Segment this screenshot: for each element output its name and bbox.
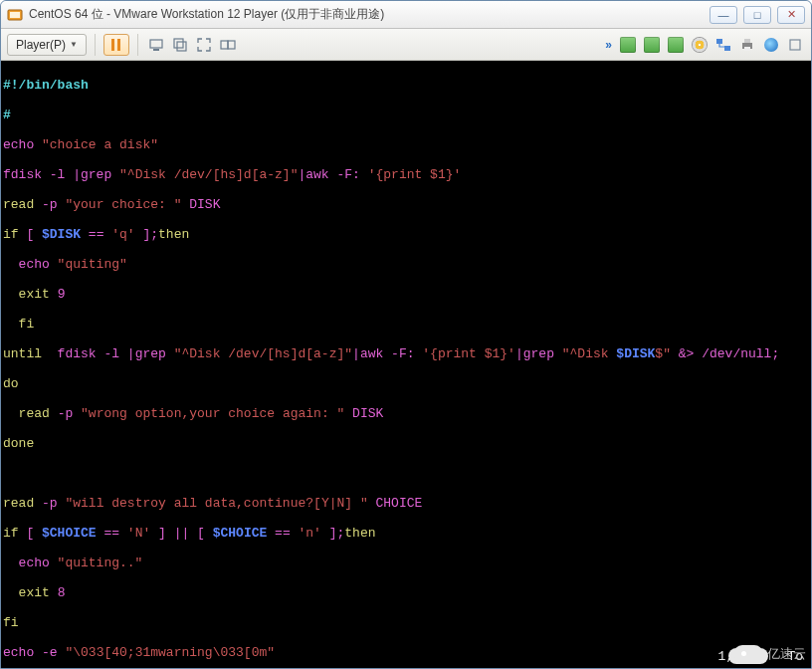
minimize-button[interactable]: —: [710, 6, 737, 24]
code-line: fdisk -l |grep "^Disk /dev/[hs]d[a-z]"|a…: [3, 167, 809, 182]
svg-rect-11: [744, 39, 750, 43]
fullscreen-button[interactable]: [194, 35, 214, 55]
code-line: until fdisk -l |grep "^Disk /dev/[hs]d[a…: [3, 346, 809, 361]
code-line: #: [3, 108, 809, 122]
code-line: fi: [3, 317, 809, 332]
maximize-button[interactable]: □: [743, 6, 771, 24]
svg-rect-3: [153, 49, 159, 51]
window-title: CentOS 64 位 - VMware Workstation 12 Play…: [29, 6, 710, 23]
vmware-window: CentOS 64 位 - VMware Workstation 12 Play…: [0, 0, 812, 669]
unity-button[interactable]: [218, 35, 238, 55]
network-adapter-icon[interactable]: [713, 35, 733, 55]
code-line: read -p "your choice: " DISK: [3, 197, 809, 212]
code-line: [3, 466, 809, 481]
code-line: read -p "wrong option,your choice again:…: [3, 406, 809, 421]
svg-rect-5: [177, 42, 186, 51]
snapshot-button[interactable]: [170, 35, 190, 55]
cd-drive-icon[interactable]: [690, 35, 710, 55]
pause-button[interactable]: [103, 34, 129, 56]
svg-rect-2: [150, 40, 162, 48]
svg-rect-8: [716, 39, 722, 44]
svg-rect-4: [174, 39, 183, 48]
titlebar[interactable]: CentOS 64 位 - VMware Workstation 12 Play…: [1, 1, 811, 29]
close-button[interactable]: ✕: [777, 6, 805, 24]
window-controls: — □ ✕: [710, 6, 805, 24]
code-line: done: [3, 436, 809, 451]
pause-icon: [111, 39, 120, 51]
printer-icon[interactable]: [737, 35, 757, 55]
player-menu-button[interactable]: Player(P) ▼: [7, 34, 87, 56]
code-line: echo "choice a disk": [3, 137, 809, 152]
code-line: if [ $DISK == 'q' ];then: [3, 227, 809, 242]
chevron-down-icon: ▼: [70, 40, 78, 49]
hard-disk-3-icon[interactable]: [666, 35, 686, 55]
code-line: exit 8: [3, 585, 809, 600]
svg-rect-1: [10, 12, 20, 18]
separator: [137, 34, 138, 56]
hard-disk-2-icon[interactable]: [642, 35, 662, 55]
code-line: exit 9: [3, 287, 809, 302]
code-line: #!/bin/bash: [3, 78, 809, 93]
toolbar-right: »: [605, 35, 805, 55]
send-ctrl-alt-del-button[interactable]: [146, 35, 166, 55]
chevron-right-icon[interactable]: »: [605, 38, 612, 52]
code-line: echo "quiting": [3, 257, 809, 272]
vmware-icon: [7, 7, 23, 23]
code-line: do: [3, 376, 809, 391]
svg-rect-7: [228, 41, 235, 49]
svg-rect-6: [221, 41, 228, 49]
usb-icon[interactable]: [785, 35, 805, 55]
code-line: if [ $CHOICE == 'N' ] || [ $CHOICE == 'n…: [3, 526, 809, 541]
terminal-viewport[interactable]: #!/bin/bash # echo "choice a disk" fdisk…: [1, 61, 811, 668]
svg-rect-12: [744, 47, 750, 51]
cursor-position: 1,1: [718, 649, 741, 664]
code-line: echo -e "\033[40;31mwarning\033[0m": [3, 645, 809, 660]
player-menu-label: Player(P): [16, 38, 66, 52]
toolbar: Player(P) ▼ »: [1, 29, 811, 61]
sound-icon[interactable]: [761, 35, 781, 55]
separator: [95, 34, 96, 56]
code-line: echo "quiting..": [3, 556, 809, 570]
hard-disk-1-icon[interactable]: [618, 35, 638, 55]
code-line: fi: [3, 615, 809, 630]
code-line: read -p "will destroy all data,continue?…: [3, 496, 809, 511]
mode-indicator: To: [787, 649, 803, 664]
svg-rect-13: [790, 40, 800, 50]
